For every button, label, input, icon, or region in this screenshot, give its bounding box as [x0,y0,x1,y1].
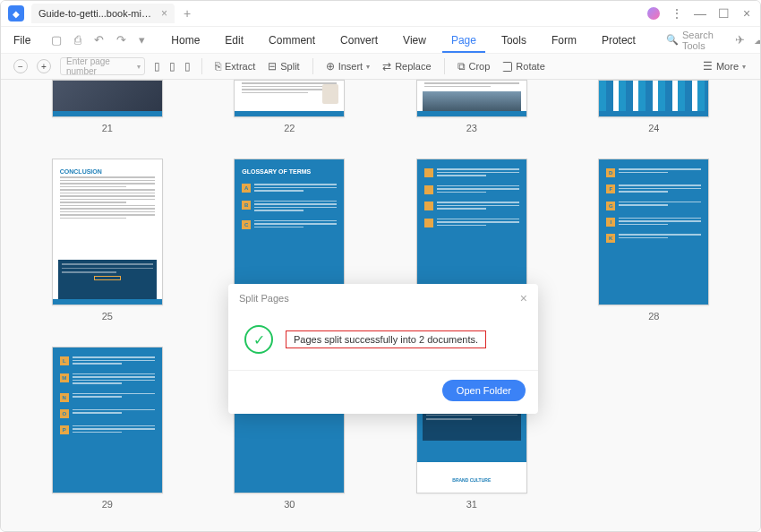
page-thumb-24[interactable]: 24 [584,80,725,133]
extract-icon: ⎘ [215,60,221,73]
zoom-in-icon[interactable]: + [37,59,51,73]
split-result-dialog: Split Pages × ✓ Pages split successfully… [228,284,538,414]
file-menu[interactable]: File [10,34,34,47]
print-icon[interactable]: ⎙ [72,33,84,47]
crop-icon: ⧉ [457,60,466,73]
split-button[interactable]: ⊟ Split [266,60,301,73]
page-thumb-21[interactable]: 21 [37,80,178,133]
save-icon[interactable]: ▢ [48,33,64,47]
maximize-icon[interactable]: ☐ [717,6,730,21]
search-tools[interactable]: 🔍 Search Tools [659,30,721,51]
page-mode-3-icon[interactable]: ▯ [184,60,191,73]
split-icon: ⊟ [268,60,277,73]
page-number: 24 [648,123,659,133]
insert-button[interactable]: ⊕ Insert ▾ [324,60,372,73]
extract-button[interactable]: ⎘ Extract [213,60,257,73]
send-icon[interactable]: ✈ [735,33,745,47]
page-thumb-23[interactable]: 23 [401,80,543,133]
page-number: 22 [284,123,295,133]
page-thumb-25[interactable]: CONCLUSION 25 [37,159,178,322]
tab-close-icon[interactable]: × [161,7,167,20]
page-thumb-22[interactable]: 22 [219,80,361,133]
page-number: 25 [102,311,113,322]
page-number: 31 [466,499,477,510]
document-tab[interactable]: Guide-to-getti...book-min.pdf × [31,4,175,23]
rotate-icon [502,62,512,72]
undo-icon[interactable]: ↶ [91,33,107,47]
zoom-out-icon[interactable]: − [13,59,28,73]
more-options-icon[interactable]: ⋮ [671,6,683,21]
more-button[interactable]: ☰ More ▾ [701,60,748,73]
chevron-down-icon: ▾ [366,63,370,71]
page-number-input[interactable]: Enter page number [60,57,145,75]
dialog-close-icon[interactable]: × [520,291,527,305]
dialog-title: Split Pages [239,293,289,304]
success-check-icon: ✓ [244,325,273,354]
dialog-message: Pages split successfully into 2 document… [286,330,486,348]
menu-page[interactable]: Page [442,34,485,53]
tab-add-icon[interactable]: + [184,6,191,21]
menu-view[interactable]: View [394,34,435,47]
menu-protect[interactable]: Protect [593,34,645,47]
search-icon: 🔍 [666,34,679,46]
dropdown-icon[interactable]: ▾ [136,33,148,47]
page-number: 30 [284,499,295,510]
page-number: 21 [102,123,113,133]
titlebar: ◆ Guide-to-getti...book-min.pdf × + ⋮ — … [1,1,760,26]
menu-form[interactable]: Form [543,34,586,47]
page-thumb-28[interactable]: D F G I K 28 [584,159,725,322]
menubar: File ▢ ⎙ ↶ ↷ ▾ Home Edit Comment Convert… [1,26,760,53]
page-toolbar: − + Enter page number ▯ ▯ ▯ ⎘ Extract ⊟ … [1,53,760,80]
insert-icon: ⊕ [326,60,335,73]
menu-edit[interactable]: Edit [216,34,252,47]
cloud-icon[interactable]: ☁ [754,33,761,47]
page-mode-2-icon[interactable]: ▯ [169,60,175,73]
menu-comment[interactable]: Comment [260,34,324,47]
thumb-logo-text: BRAND CULTURE [452,477,491,483]
page-mode-1-icon[interactable]: ▯ [154,60,160,73]
redo-icon[interactable]: ↷ [114,33,129,47]
replace-button[interactable]: ⇄ Replace [380,60,432,73]
replace-icon: ⇄ [382,60,391,73]
menu-home[interactable]: Home [162,34,209,47]
rotate-button[interactable]: Rotate [500,61,546,72]
account-avatar-icon[interactable] [647,7,660,20]
menu-icon: ☰ [703,60,713,73]
crop-button[interactable]: ⧉ Crop [456,60,492,73]
page-thumb-29[interactable]: L M N O P 29 [37,347,178,510]
chevron-down-icon: ▾ [742,63,746,71]
close-window-icon[interactable]: × [740,6,753,21]
thumb-heading: GLOSSARY OF TERMS [235,159,344,178]
page-number: 23 [466,123,477,133]
thumb-heading: CONCLUSION [53,159,162,176]
menu-convert[interactable]: Convert [331,34,387,47]
page-number: 28 [648,311,659,322]
open-folder-button[interactable]: Open Folder [442,380,526,401]
app-icon: ◆ [8,5,24,21]
page-grid: 21 22 23 24 CONCLUSION [1,80,760,532]
page-number: 29 [102,499,113,510]
menu-tools[interactable]: Tools [492,34,535,47]
minimize-icon[interactable]: — [694,6,706,21]
tab-title: Guide-to-getti...book-min.pdf [38,8,156,19]
